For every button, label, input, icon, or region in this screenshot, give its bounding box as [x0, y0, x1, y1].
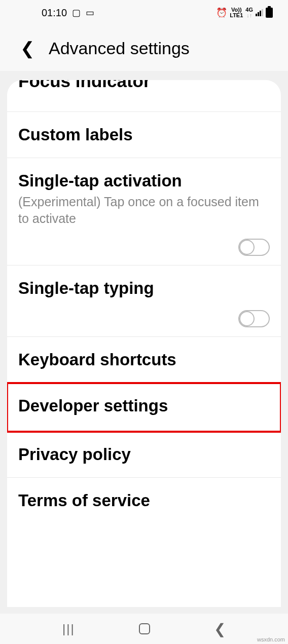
- header: ❮ Advanced settings: [0, 25, 288, 71]
- page-title: Advanced settings: [49, 39, 190, 58]
- item-title: Single-tap typing: [18, 279, 270, 298]
- alarm-clock-icon: ⏰: [216, 7, 227, 18]
- watermark: wsxdn.com: [257, 636, 285, 642]
- settings-list: Focus indicator Custom labels Single-tap…: [7, 80, 281, 607]
- list-item-terms-of-service[interactable]: Terms of service: [7, 478, 281, 523]
- item-title: Developer settings: [18, 396, 270, 415]
- item-desc: (Experimental) Tap once on a focused ite…: [18, 194, 270, 226]
- alarm-icon: ▢: [72, 7, 81, 18]
- item-title: Keyboard shortcuts: [18, 350, 270, 369]
- toggle-single-tap-activation[interactable]: [238, 239, 270, 256]
- item-title: Privacy policy: [18, 445, 270, 464]
- net-indicator: 4G ↓↑: [245, 7, 253, 18]
- list-item-focus-indicator[interactable]: Focus indicator: [7, 80, 281, 112]
- status-time: 01:10: [42, 7, 67, 19]
- status-left: 01:10 ▢ ▭: [42, 7, 94, 19]
- nav-home-icon[interactable]: [139, 623, 150, 634]
- image-icon: ▭: [86, 7, 94, 18]
- status-bar: 01:10 ▢ ▭ ⏰ Vo)) LTE1 4G ↓↑: [0, 0, 288, 25]
- toggle-single-tap-typing[interactable]: [238, 310, 270, 327]
- list-item-developer-settings[interactable]: Developer settings: [7, 382, 281, 433]
- list-item-custom-labels[interactable]: Custom labels: [7, 112, 281, 158]
- item-title: Custom labels: [18, 125, 270, 144]
- status-right: ⏰ Vo)) LTE1 4G ↓↑: [216, 7, 273, 18]
- list-item-keyboard-shortcuts[interactable]: Keyboard shortcuts: [7, 337, 281, 383]
- list-item-single-tap-activation[interactable]: Single-tap activation (Experimental) Tap…: [7, 158, 281, 266]
- navigation-bar: ||| ❮: [0, 614, 288, 644]
- lte-indicator: Vo)) LTE1: [230, 7, 243, 18]
- signal-icon: [256, 9, 263, 16]
- item-title: Single-tap activation: [18, 171, 270, 191]
- list-item-privacy-policy[interactable]: Privacy policy: [7, 432, 281, 478]
- list-item-single-tap-typing[interactable]: Single-tap typing: [7, 266, 281, 337]
- battery-icon: [266, 8, 273, 18]
- back-icon[interactable]: ❮: [20, 38, 34, 58]
- nav-recents-icon[interactable]: |||: [62, 622, 75, 636]
- item-title: Terms of service: [18, 491, 270, 510]
- nav-back-icon[interactable]: ❮: [214, 621, 226, 637]
- item-title: Focus indicator: [18, 80, 270, 91]
